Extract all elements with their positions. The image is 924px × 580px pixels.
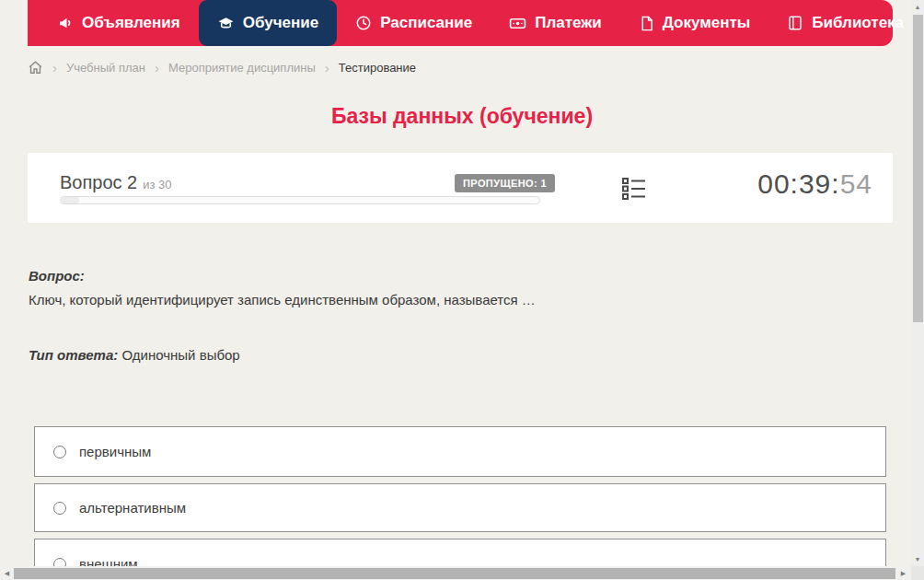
horizontal-scrollbar-thumb[interactable] — [14, 568, 895, 579]
breadcrumb-discipline-event[interactable]: Мероприятие дисциплины — [168, 61, 316, 75]
scroll-down-arrow-icon[interactable]: ▼ — [911, 552, 924, 565]
book-icon — [787, 15, 803, 31]
scroll-up-arrow-icon[interactable]: ▲ — [911, 0, 924, 13]
nav-item-label: Расписание — [380, 14, 472, 32]
answer-type-value: Одиночный выбор — [121, 347, 239, 363]
nav-item-label: Документы — [663, 14, 751, 32]
timer: 00:39:54 — [757, 168, 872, 200]
megaphone-icon — [57, 15, 74, 31]
nav-item-label: Объявления — [82, 14, 180, 32]
answer-option-primary[interactable]: первичным — [34, 426, 886, 477]
vertical-scrollbar-thumb[interactable] — [913, 15, 923, 322]
skipped-badge: ПРОПУЩЕНО: 1 — [455, 174, 555, 192]
scroll-right-arrow-icon[interactable]: ▶ — [896, 566, 910, 580]
answer-option-label: первичным — [79, 444, 151, 459]
question-number-label: Вопрос 2 — [60, 172, 137, 192]
radio-button[interactable] — [53, 446, 66, 458]
nav-item-label: Обучение — [243, 14, 318, 32]
nav-item-label: Платежи — [535, 14, 602, 32]
question-text: Ключ, который идентифицирует запись един… — [29, 292, 857, 307]
question-of-total: из 30 — [143, 178, 171, 191]
vertical-scrollbar[interactable]: ▲ ▼ — [911, 0, 924, 566]
question-label: Вопрос: — [29, 268, 85, 284]
question-progress-fill — [61, 197, 79, 203]
nav-item-library[interactable]: Библиотека — [768, 0, 924, 46]
question-number: Вопрос 2из 30 — [60, 172, 172, 193]
breadcrumb: › Учебный план › Мероприятие дисциплины … — [28, 57, 416, 77]
page-title: Базы данных (обучение) — [0, 104, 924, 129]
nav-item-payments[interactable]: Платежи — [491, 0, 620, 46]
horizontal-scrollbar[interactable]: ◀ ▶ — [0, 566, 911, 580]
timer-minutes: 00:39: — [757, 168, 839, 199]
question-header-card: Вопрос 2из 30 ПРОПУЩЕНО: 1 00:39:54 — [28, 153, 893, 223]
main-navbar: Объявления Обучение Расписание — [28, 0, 893, 46]
answer-option-alternative[interactable]: альтернативным — [34, 483, 886, 532]
home-icon[interactable] — [28, 60, 43, 75]
nav-item-learning[interactable]: Обучение — [199, 0, 337, 46]
breadcrumb-curriculum[interactable]: Учебный план — [66, 61, 145, 75]
nav-item-label: Библиотека — [812, 14, 904, 32]
document-icon — [639, 16, 654, 31]
question-list-icon[interactable] — [621, 176, 647, 202]
nav-item-announcements[interactable]: Объявления — [39, 0, 199, 46]
timer-seconds: 54 — [840, 168, 872, 199]
breadcrumb-separator-icon: › — [155, 61, 159, 75]
answer-type-label: Тип ответа: — [29, 347, 118, 363]
clock-icon — [355, 15, 372, 31]
radio-button[interactable] — [53, 502, 66, 515]
breadcrumb-separator-icon: › — [325, 61, 329, 75]
nav-item-documents[interactable]: Документы — [620, 0, 769, 46]
scroll-left-arrow-icon[interactable]: ◀ — [0, 566, 14, 580]
answer-option-label: альтернативным — [79, 500, 186, 516]
nav-item-schedule[interactable]: Расписание — [337, 0, 491, 46]
breadcrumb-separator-icon: › — [52, 61, 57, 75]
graduation-cap-icon — [217, 15, 235, 32]
banknote-icon — [509, 15, 526, 32]
answer-type: Тип ответа: Одиночный выбор — [29, 347, 240, 363]
breadcrumb-testing: Тестирование — [339, 61, 416, 75]
question-progress-bar — [60, 196, 540, 204]
scrollbar-corner — [911, 566, 924, 580]
